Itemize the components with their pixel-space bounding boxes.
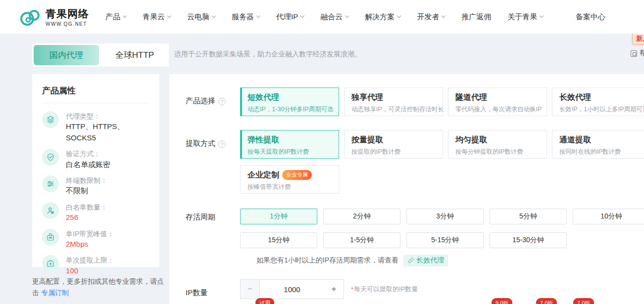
chevron-down-icon [397,14,401,18]
nav-menu: 产品 青果云 云电脑 服务器 代理IP 融合云 解决方案 开发者 推广返佣 关于… [105,12,543,22]
note-text: 如果您有1小时以上的IP存活周期需求，请查看 [256,256,398,265]
extract-option-elastic[interactable]: 弹性提取 按每天提取的IP数计费 [240,130,339,159]
user-check-icon [42,202,59,219]
extract-method-row: 提取方式 ? 弹性提取 按每天提取的IP数计费 按量提取 按提取的IP数计费 均… [186,130,644,159]
tab-global-http[interactable]: 全球HTTP [100,43,169,67]
ip-quantity-stepper: − + [240,279,344,299]
nav-item-solutions[interactable]: 解决方案 [365,12,400,22]
question-icon[interactable]: ? [218,140,226,148]
chevron-down-icon [300,14,304,18]
nav-item-developers[interactable]: 开发者 [417,12,445,22]
sidebar-footer: 更高配置，更多折扣或其他专业需求，请点击 专属订制 [32,276,165,299]
tab-domestic-proxy[interactable]: 国内代理 [34,45,99,65]
brand-logo[interactable]: 青果网络 WWW.QG.NET [19,6,89,27]
period-option-2min[interactable]: 2分钟 [323,209,400,224]
product-option-tunnel[interactable]: 隧道代理 零代码接入，每次请求自动换IP [448,87,547,116]
product-option-long-term[interactable]: 长效代理 长效IP，1小时以上多IP周期可选 [552,87,644,116]
attr-label: 验证方式： [66,149,110,159]
product-attributes-panel: 产品属性 代理类型： HTTP、HTTPS、SOCKS5 验证方式： 白名单或账… [32,74,159,267]
chevron-down-icon [345,14,349,18]
long-term-proxy-link[interactable]: 长效代理 [403,255,448,266]
life-cycle-label: 存活周期 [186,209,240,248]
custom-order-link[interactable]: 专属订制 [41,289,69,297]
extract-option-channel[interactable]: 通道提取 按同时在线的IP数计费 [552,130,644,159]
increment-button[interactable]: + [324,279,344,299]
period-option-3min[interactable]: 3分钟 [406,209,484,224]
chevron-down-icon [123,14,127,18]
trial-badge: 试用 [255,298,274,304]
upload-limit-icon [42,255,59,272]
product-options: 短效代理 动态IP，1-30分钟多IP周期可选 独享代理 动态独享IP，可灵活控… [240,87,644,116]
chevron-down-icon [256,14,260,18]
nav-item-fusion-cloud[interactable]: 融合云 [320,12,348,22]
attr-whitelist-count: 白名单数量： 256 [42,202,149,223]
extract-method-label: 提取方式 ? [186,130,240,159]
attr-value: 256 [66,212,107,223]
life-cycle-options: 1分钟 2分钟 3分钟 5分钟 10分钟 15分钟 1-5分钟 5-15分钟 1… [240,209,644,248]
attr-terminal-limit: 终端数限制： 不限制 [42,175,149,197]
attribute-list: 代理类型： HTTP、HTTPS、SOCKS5 验证方式： 白名单或账密 [42,111,149,276]
period-option-5min[interactable]: 5分钟 [490,209,567,224]
chevron-down-icon [442,14,446,18]
shield-check-icon [42,149,59,166]
nav-item-referral[interactable]: 推广返佣 [461,12,491,22]
period-option-1-5min[interactable]: 1-5分钟 [323,232,400,248]
period-option-5-15min[interactable]: 5-15分钟 [406,232,484,248]
nav-item-cloud-pc[interactable]: 云电脑 [187,12,215,22]
period-option-15-30min[interactable]: 15-30分钟 [490,232,567,248]
product-option-dedicated[interactable]: 独享代理 动态独享IP，可灵活控制存活时长 [344,87,443,116]
chevron-down-icon [540,14,544,18]
attr-bandwidth-peak: 单IP带宽峰值： 2Mbps [42,229,149,250]
help-label: 帮 [640,49,644,58]
attr-value: 2Mbps [66,239,114,250]
attr-label: 单次提取上限： [66,255,114,265]
period-option-10min[interactable]: 10分钟 [573,209,644,224]
enterprise-row: 企业定制企业专属 按峰值带宽计费 [186,165,644,194]
new-user-badge[interactable]: 新人 [632,33,644,44]
nav-item-proxy-ip[interactable]: 代理IP [276,12,304,22]
ip-quantity-hint: * 每天可以提取的IP数量 [351,279,418,299]
question-icon[interactable]: ? [218,98,226,105]
product-select-label: 产品选择 ? [186,87,240,116]
attr-value: 不限制 [66,185,107,197]
help-widget[interactable]: 帮 [631,49,644,58]
extract-option-by-volume[interactable]: 按量提取 按提取的IP数计费 [344,130,443,159]
configuration-panel: 产品选择 ? 短效代理 动态IP，1-30分钟多IP周期可选 独享代理 动态独享… [169,74,644,304]
product-option-short-term[interactable]: 短效代理 动态IP，1-30分钟多IP周期可选 [240,87,339,116]
help-window-icon [631,50,637,57]
attr-auth-method: 验证方式： 白名单或账密 [42,149,149,170]
top-navbar: 青果网络 WWW.QG.NET 产品 青果云 云电脑 服务器 代理IP 融合云 … [0,0,644,34]
period-option-15min[interactable]: 15分钟 [240,232,317,248]
ip-quantity-label: IP数量 [186,279,240,299]
attr-label: 白名单数量： [66,202,107,212]
ip-quantity-input[interactable] [260,279,324,299]
attr-label: 单IP带宽峰值： [66,229,114,239]
attr-value: 100 [66,265,114,277]
chevron-down-icon [167,14,171,18]
extract-options: 弹性提取 按每天提取的IP数计费 按量提取 按提取的IP数计费 均匀提取 按每分… [240,130,644,159]
beian-center-link[interactable]: 备案中心 [576,12,605,22]
bandwidth-icon [42,229,59,246]
attr-label: 代理类型： [66,111,149,121]
nav-item-servers[interactable]: 服务器 [232,12,260,22]
life-cycle-row: 存活周期 1分钟 2分钟 3分钟 5分钟 10分钟 15分钟 1-5分钟 5-1… [186,209,644,248]
extract-option-enterprise[interactable]: 企业定制企业专属 按峰值带宽计费 [240,165,339,194]
product-select-row: 产品选择 ? 短效代理 动态IP，1-30分钟多IP周期可选 独享代理 动态独享… [186,87,644,116]
discount-badge: 7.0折 [536,298,557,304]
brand-domain: WWW.QG.NET [46,21,89,27]
nav-item-about[interactable]: 关于青果 [507,12,543,22]
attr-extract-limit: 单次提取上限： 100 [42,255,149,276]
decrement-button[interactable]: − [240,279,260,299]
page: 青果网络 WWW.QG.NET 产品 青果云 云电脑 服务器 代理IP 融合云 … [0,0,644,304]
nav-item-qingguo-cloud[interactable]: 青果云 [143,12,171,22]
brand-text: 青果网络 WWW.QG.NET [46,7,89,27]
extract-option-uniform[interactable]: 均匀提取 按每分钟提取的IP数计费 [448,130,547,159]
life-cycle-note: 如果您有1小时以上的IP存活周期需求，请查看 长效代理 [256,255,644,266]
period-option-1min[interactable]: 1分钟 [240,209,317,224]
tab-description: 适用于公开数据采集场景，助力企业融入数字经济发展浪潮。 [174,50,361,59]
ip-quantity-row: IP数量 − + * 每天可以提取的IP数量 [186,279,644,299]
enterprise-exclusive-badge: 企业专属 [282,170,312,180]
layers-icon [42,111,59,128]
nav-item-products[interactable]: 产品 [105,12,126,22]
nav-right: 备案中心 [576,12,605,22]
